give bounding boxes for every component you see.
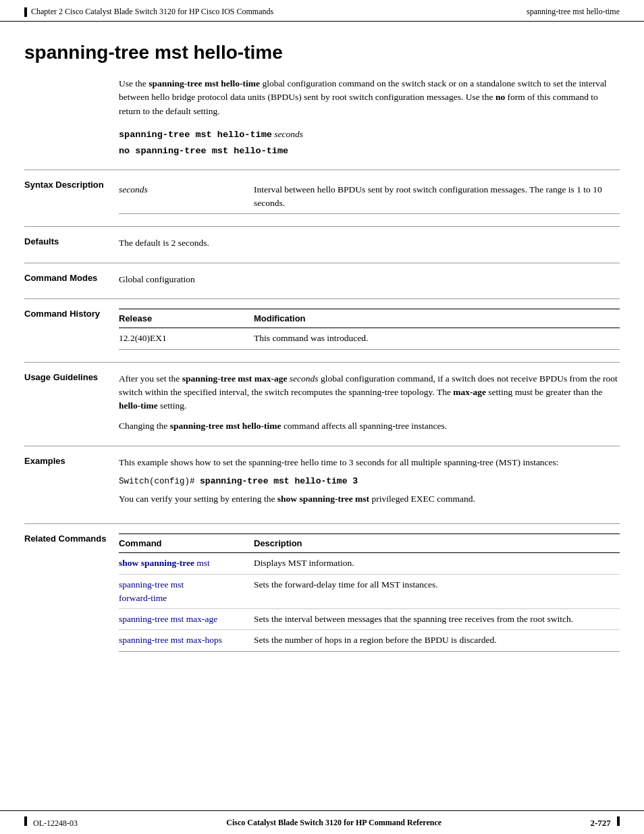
header-bar-icon xyxy=(24,7,27,17)
intro-no-bold: no xyxy=(495,92,505,102)
related-cmd-link-3[interactable]: spanning-tree mst max-age xyxy=(119,614,217,624)
related-commands-table: Command Description show spanning-tree m… xyxy=(119,533,620,652)
page-title: spanning-tree mst hello-time xyxy=(24,42,620,63)
related-desc-2: Sets the forward-delay time for all MST … xyxy=(254,574,620,609)
examples-content: This example shows how to set the spanni… xyxy=(119,456,620,511)
related-commands-content: Command Description show spanning-tree m… xyxy=(119,533,620,652)
command-modes-label: Command Modes xyxy=(24,273,119,286)
table-row: 12.2(40)EX1 This command was introduced. xyxy=(119,328,620,349)
related-cmd-link-2[interactable]: spanning-tree mstforward-time xyxy=(119,579,184,603)
header-chapter-text: Chapter 2 Cisco Catalyst Blade Switch 31… xyxy=(31,7,273,17)
footer-page-number: 2-727 xyxy=(590,816,620,829)
intro-paragraph: Use the spanning-tree mst hello-time glo… xyxy=(119,77,620,118)
syntax-description-section: Syntax Description seconds Interval betw… xyxy=(24,170,620,215)
related-commands-section: Related Commands Command Description sho… xyxy=(24,523,620,652)
related-cmd-4[interactable]: spanning-tree mst max-hops xyxy=(119,630,254,651)
table-row: spanning-tree mstforward-time Sets the f… xyxy=(119,574,620,609)
header-left: Chapter 2 Cisco Catalyst Blade Switch 31… xyxy=(24,7,273,17)
release-value: 12.2(40)EX1 xyxy=(119,328,254,349)
table-row: spanning-tree mst max-hops Sets the numb… xyxy=(119,630,620,651)
usage-cmd-bold-2: spanning-tree mst hello-time xyxy=(170,421,281,431)
footer-doc-number: OL-12248-03 xyxy=(33,818,78,828)
related-desc-4: Sets the number of hops in a region befo… xyxy=(254,630,620,651)
usage-guidelines-section: Usage Guidelines After you set the spann… xyxy=(24,362,620,434)
table-header-row: Release Modification xyxy=(119,309,620,328)
command-history-content: Release Modification 12.2(40)EX1 This co… xyxy=(119,309,620,350)
syntax-description-content: seconds Interval between hello BPDUs sen… xyxy=(119,180,620,215)
syntax-definition: Interval between hello BPDUs sent by roo… xyxy=(254,180,620,214)
command-history-label: Command History xyxy=(24,309,119,350)
related-cmd-1[interactable]: show spanning-tree mst xyxy=(119,553,254,574)
command-history-table: Release Modification 12.2(40)EX1 This co… xyxy=(119,309,620,350)
related-desc-3: Sets the interval between messages that … xyxy=(254,609,620,630)
defaults-section: Defaults The default is 2 seconds. xyxy=(24,226,620,250)
usage-hellotime-bold: hello-time xyxy=(119,400,158,411)
usage-cmd-bold-1: spanning-tree mst max-age xyxy=(182,373,288,384)
usage-maxage-bold: max-age xyxy=(453,387,486,397)
usage-italic-1: seconds xyxy=(290,373,319,384)
syntax-description-label: Syntax Description xyxy=(24,180,119,215)
related-desc-1: Displays MST information. xyxy=(254,553,620,574)
syntax-term: seconds xyxy=(119,180,254,214)
usage-para-2: Changing the spanning-tree mst hello-tim… xyxy=(119,419,620,433)
table-header-row: Command Description xyxy=(119,533,620,553)
example-code-line: Switch(config)# spanning-tree mst hello-… xyxy=(119,475,620,488)
command-modes-content: Global configuration xyxy=(119,273,620,286)
command-modes-section: Command Modes Global configuration xyxy=(24,263,620,286)
modification-value: This command was introduced. xyxy=(254,328,620,349)
syntax-cmd1-italic: seconds xyxy=(272,129,303,139)
usage-guidelines-content: After you set the spanning-tree mst max-… xyxy=(119,372,620,434)
related-cmd-3[interactable]: spanning-tree mst max-age xyxy=(119,609,254,630)
table-row: spanning-tree mst max-age Sets the inter… xyxy=(119,609,620,630)
col-modification: Modification xyxy=(254,309,620,328)
intro-text-before: Use the xyxy=(119,78,149,88)
page-header: Chapter 2 Cisco Catalyst Blade Switch 31… xyxy=(0,0,644,22)
col-release: Release xyxy=(119,309,254,328)
col-command: Command xyxy=(119,533,254,553)
related-commands-label: Related Commands xyxy=(24,533,119,652)
examples-section: Examples This example shows how to set t… xyxy=(24,446,620,511)
syntax-command-1: spanning-tree mst hello-time seconds xyxy=(119,129,620,140)
intro-command-bold: spanning-tree mst hello-time xyxy=(149,78,260,88)
usage-guidelines-label: Usage Guidelines xyxy=(24,372,119,434)
defaults-label: Defaults xyxy=(24,236,119,250)
related-cmd-link-1[interactable]: show spanning-tree mst xyxy=(119,558,210,568)
table-row: show spanning-tree mst Displays MST info… xyxy=(119,553,620,574)
col-description: Description xyxy=(254,533,620,553)
syntax-cmd2-bold: no spanning-tree mst hello-time xyxy=(119,146,288,156)
footer-center-text: Cisco Catalyst Blade Switch 3120 for HP … xyxy=(78,818,590,828)
example-text-verify: You can verify your setting by entering … xyxy=(119,492,620,506)
command-history-section: Command History Release Modification 12.… xyxy=(24,298,620,350)
page-number-value: 2-727 xyxy=(590,818,610,828)
page-footer: OL-12248-03 Cisco Catalyst Blade Switch … xyxy=(0,810,644,834)
verify-cmd-bold: show spanning-tree mst xyxy=(277,494,369,504)
code-command: spanning-tree mst hello-time 3 xyxy=(200,476,358,486)
table-row: seconds Interval between hello BPDUs sen… xyxy=(119,180,620,214)
example-text-before: This example shows how to set the spanni… xyxy=(119,456,620,469)
syntax-table: seconds Interval between hello BPDUs sen… xyxy=(119,180,620,215)
defaults-content: The default is 2 seconds. xyxy=(119,236,620,250)
code-prefix: Switch(config)# xyxy=(119,477,200,486)
header-right-text: spanning-tree mst hello-time xyxy=(527,7,620,17)
examples-label: Examples xyxy=(24,456,119,511)
main-content: spanning-tree mst hello-time Use the spa… xyxy=(0,22,644,692)
usage-para-1: After you set the spanning-tree mst max-… xyxy=(119,372,620,413)
syntax-command-2: no spanning-tree mst hello-time xyxy=(119,145,620,156)
footer-right-bar-icon xyxy=(617,816,620,826)
related-cmd-link-4[interactable]: spanning-tree mst max-hops xyxy=(119,635,222,645)
syntax-cmd1-bold: spanning-tree mst hello-time xyxy=(119,130,272,140)
footer-left: OL-12248-03 xyxy=(24,816,78,829)
footer-bar-icon xyxy=(24,816,27,826)
related-cmd-2[interactable]: spanning-tree mstforward-time xyxy=(119,574,254,609)
